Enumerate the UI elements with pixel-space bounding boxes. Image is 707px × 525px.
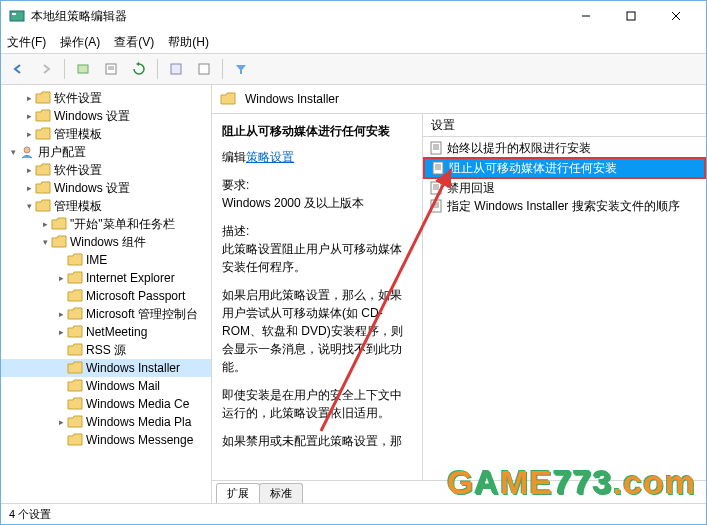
right-header-title: Windows Installer	[245, 92, 339, 106]
twisty-icon[interactable]: ▸	[23, 129, 35, 139]
folder-icon	[220, 92, 236, 106]
refresh-button[interactable]	[126, 56, 152, 82]
desc-p3: 即使安装是在用户的安全上下文中运行的，此策略设置依旧适用。	[222, 386, 412, 422]
twisty-icon[interactable]: ▸	[23, 165, 35, 175]
menu-item[interactable]: 帮助(H)	[168, 34, 209, 51]
tree-item[interactable]: IME	[1, 251, 211, 269]
tree-item[interactable]: ▸Microsoft 管理控制台	[1, 305, 211, 323]
tree-label: Internet Explorer	[86, 271, 175, 285]
forward-button[interactable]	[33, 56, 59, 82]
twisty-icon[interactable]: ▾	[23, 201, 35, 211]
tree-item[interactable]: ▸Internet Explorer	[1, 269, 211, 287]
tree-label: Windows Messenge	[86, 433, 193, 447]
tree-label: 用户配置	[38, 144, 86, 161]
tree-item[interactable]: Windows Installer	[1, 359, 211, 377]
tree-item[interactable]: ▸软件设置	[1, 161, 211, 179]
twisty-icon[interactable]: ▸	[39, 219, 51, 229]
window-title: 本地组策略编辑器	[31, 8, 563, 25]
tree-item[interactable]: ▸Windows Media Pla	[1, 413, 211, 431]
desc-p1: 此策略设置阻止用户从可移动媒体安装任何程序。	[222, 240, 412, 276]
tree-label: Microsoft 管理控制台	[86, 306, 198, 323]
list-body[interactable]: 始终以提升的权限进行安装阻止从可移动媒体进行任何安装禁用回退指定 Windows…	[423, 137, 706, 480]
tabs: 扩展标准	[212, 480, 706, 503]
edit-policy-link[interactable]: 策略设置	[246, 150, 294, 164]
twisty-icon[interactable]: ▾	[39, 237, 51, 247]
svg-rect-10	[171, 64, 181, 74]
app-icon	[9, 8, 25, 24]
list-item-label: 阻止从可移动媒体进行任何安装	[449, 160, 617, 177]
svg-rect-0	[10, 11, 24, 21]
titlebar: 本地组策略编辑器	[1, 1, 706, 31]
tree-label: Windows 设置	[54, 180, 130, 197]
right-header: Windows Installer	[212, 85, 706, 114]
tree-label: NetMeeting	[86, 325, 147, 339]
tree-item[interactable]: ▾管理模板	[1, 197, 211, 215]
list-item[interactable]: 阻止从可移动媒体进行任何安装	[423, 157, 706, 179]
back-button[interactable]	[5, 56, 31, 82]
tree-label: Windows Mail	[86, 379, 160, 393]
tree-item[interactable]: Windows Mail	[1, 377, 211, 395]
twisty-icon[interactable]: ▸	[23, 111, 35, 121]
list-item-label: 指定 Windows Installer 搜索安装文件的顺序	[447, 198, 680, 215]
toolbar	[1, 54, 706, 85]
svg-rect-21	[431, 182, 441, 194]
desc-label: 描述:	[222, 222, 412, 240]
window: 本地组策略编辑器 文件(F)操作(A)查看(V)帮助(H) ▸软件设置▸Wind…	[0, 0, 707, 525]
list-item[interactable]: 始终以提升的权限进行安装	[423, 139, 706, 157]
twisty-icon[interactable]: ▸	[23, 93, 35, 103]
list-header[interactable]: 设置	[423, 114, 706, 137]
list-item-label: 始终以提升的权限进行安装	[447, 140, 591, 157]
tree-item[interactable]: ▾Windows 组件	[1, 233, 211, 251]
svg-rect-6	[78, 65, 88, 73]
toolbar-btn-2[interactable]	[98, 56, 124, 82]
menu-item[interactable]: 查看(V)	[114, 34, 154, 51]
twisty-icon[interactable]: ▸	[23, 183, 35, 193]
svg-rect-25	[431, 200, 441, 212]
twisty-icon[interactable]: ▸	[55, 417, 67, 427]
svg-rect-13	[431, 142, 441, 154]
statusbar: 4 个设置	[1, 503, 706, 524]
tree-label: IME	[86, 253, 107, 267]
twisty-icon[interactable]: ▸	[55, 309, 67, 319]
tree-item[interactable]: Microsoft Passport	[1, 287, 211, 305]
tree-item[interactable]: ▸NetMeeting	[1, 323, 211, 341]
filter-button[interactable]	[228, 56, 254, 82]
tree-item[interactable]: ▸Windows 设置	[1, 107, 211, 125]
tree-label: RSS 源	[86, 342, 126, 359]
minimize-button[interactable]	[563, 1, 608, 31]
description-pane: 阻止从可移动媒体进行任何安装 编辑策略设置 要求: Windows 2000 及…	[212, 114, 423, 480]
toolbar-btn-3[interactable]	[163, 56, 189, 82]
list-item[interactable]: 禁用回退	[423, 179, 706, 197]
svg-rect-11	[199, 64, 209, 74]
twisty-icon[interactable]: ▸	[55, 273, 67, 283]
tree-item[interactable]: Windows Messenge	[1, 431, 211, 449]
tab[interactable]: 扩展	[216, 483, 260, 503]
tree-item[interactable]: RSS 源	[1, 341, 211, 359]
tree-item[interactable]: Windows Media Ce	[1, 395, 211, 413]
tree-pane[interactable]: ▸软件设置▸Windows 设置▸管理模板▾用户配置▸软件设置▸Windows …	[1, 85, 212, 503]
list-item[interactable]: 指定 Windows Installer 搜索安装文件的顺序	[423, 197, 706, 215]
menu-item[interactable]: 文件(F)	[7, 34, 46, 51]
toolbar-btn-1[interactable]	[70, 56, 96, 82]
close-button[interactable]	[653, 1, 698, 31]
tree-item[interactable]: ▸Windows 设置	[1, 179, 211, 197]
svg-rect-17	[433, 162, 443, 174]
desc-p4: 如果禁用或未配置此策略设置，那	[222, 432, 412, 450]
tab[interactable]: 标准	[259, 483, 303, 503]
menu-item[interactable]: 操作(A)	[60, 34, 100, 51]
tree-item[interactable]: ▾用户配置	[1, 143, 211, 161]
maximize-button[interactable]	[608, 1, 653, 31]
tree-label: "开始"菜单和任务栏	[70, 216, 175, 233]
tree-label: Windows 设置	[54, 108, 130, 125]
tree-label: 管理模板	[54, 198, 102, 215]
tree-item[interactable]: ▸管理模板	[1, 125, 211, 143]
twisty-icon[interactable]: ▾	[7, 147, 19, 157]
tree-item[interactable]: ▸软件设置	[1, 89, 211, 107]
policy-title: 阻止从可移动媒体进行任何安装	[222, 122, 412, 140]
tree-label: 管理模板	[54, 126, 102, 143]
list-pane: 设置 始终以提升的权限进行安装阻止从可移动媒体进行任何安装禁用回退指定 Wind…	[423, 114, 706, 480]
tree-item[interactable]: ▸"开始"菜单和任务栏	[1, 215, 211, 233]
twisty-icon[interactable]: ▸	[55, 327, 67, 337]
toolbar-btn-4[interactable]	[191, 56, 217, 82]
content: ▸软件设置▸Windows 设置▸管理模板▾用户配置▸软件设置▸Windows …	[1, 85, 706, 503]
